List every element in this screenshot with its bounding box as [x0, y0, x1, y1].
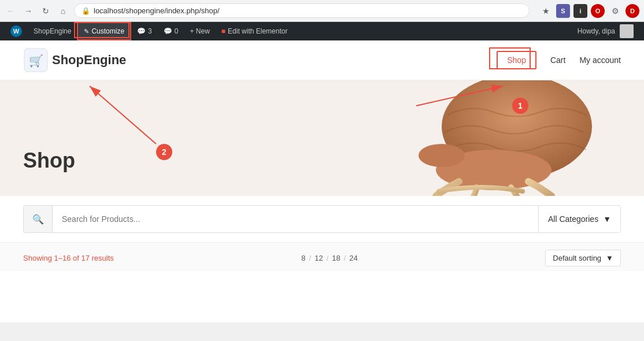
shopengine-admin-label: ShopEngine: [34, 27, 71, 35]
page-12[interactable]: 12: [314, 254, 323, 262]
hero-chair-image: [343, 80, 644, 196]
forward-button[interactable]: →: [22, 5, 35, 17]
comments-admin-item[interactable]: 💬 3: [131, 22, 158, 40]
hero-section: Shop: [0, 80, 644, 196]
site-header: 🛒 ShopEngine Shop Cart My account: [0, 40, 644, 80]
ext-icon-2[interactable]: i: [573, 4, 587, 18]
site-logo[interactable]: 🛒 ShopEngine: [23, 47, 126, 73]
customize-admin-item[interactable]: ✎ Customize: [77, 22, 131, 40]
browser-icons: ★ S i O ⚙ D: [539, 4, 639, 18]
howdy-item[interactable]: Howdy, dipa D: [572, 22, 639, 40]
pending-icon: 💬: [164, 27, 172, 35]
sorting-select[interactable]: Default sorting ▼: [545, 250, 621, 266]
shopengine-admin-item[interactable]: ShopEngine: [28, 22, 77, 40]
edit-elementor-item[interactable]: ■ Edit with Elementor: [216, 22, 294, 40]
elementor-icon: ■: [221, 27, 225, 35]
sorting-chevron-icon: ▼: [606, 254, 613, 262]
wp-admin-bar: W ShopEngine ✎ Customize 💬 3 💬 0 + New ■…: [0, 22, 644, 40]
edit-elementor-label: Edit with Elementor: [228, 27, 287, 35]
browser-nav: ← → ↻ ⌂ 🔒 localhost/shopengine/index.php…: [0, 0, 644, 22]
back-button[interactable]: ←: [5, 5, 17, 17]
avatar: D: [620, 24, 634, 38]
pagination-links: 8 / 12 / 18 / 24: [301, 254, 358, 262]
results-summary: Showing 1–16 of 17 results: [23, 254, 114, 262]
comments-icon: 💬: [137, 27, 146, 35]
new-label: + New: [190, 27, 209, 35]
comments-label: 3: [148, 27, 152, 35]
sep-2: /: [327, 254, 329, 262]
categories-button[interactable]: All Categories ▼: [538, 206, 620, 232]
categories-label: All Categories: [548, 214, 598, 224]
search-section: 🔍 All Categories ▼: [0, 196, 644, 242]
extensions-icon[interactable]: ⚙: [608, 4, 622, 18]
sorting-label: Default sorting: [553, 254, 601, 262]
howdy-label: Howdy, dipa: [578, 27, 615, 35]
pending-label: 0: [175, 27, 179, 35]
pending-admin-item[interactable]: 💬 0: [158, 22, 184, 40]
pencil-icon: ✎: [84, 28, 89, 35]
wp-logo-item[interactable]: W: [5, 22, 28, 40]
search-icon: 🔍: [32, 214, 44, 225]
page-24[interactable]: 24: [349, 254, 357, 262]
chair-svg: [343, 80, 644, 196]
annotation-2: 2: [156, 144, 172, 160]
lock-icon: 🔒: [82, 7, 90, 15]
address-bar[interactable]: 🔒 localhost/shopengine/index.php/shop/: [74, 3, 530, 18]
page-18[interactable]: 18: [332, 254, 340, 262]
chevron-down-icon: ▼: [603, 214, 611, 224]
browser-chrome: ← → ↻ ⌂ 🔒 localhost/shopengine/index.php…: [0, 0, 644, 22]
ext-icon-1[interactable]: S: [556, 4, 570, 18]
logo-text: ShopEngine: [52, 53, 126, 68]
admin-bar-right: Howdy, dipa D: [572, 22, 639, 40]
sep-1: /: [309, 254, 312, 262]
new-admin-item[interactable]: + New: [184, 22, 215, 40]
search-bar: 🔍 All Categories ▼: [23, 205, 621, 233]
home-button[interactable]: ⌂: [57, 5, 69, 17]
bookmark-icon[interactable]: ★: [539, 4, 553, 18]
nav-shop[interactable]: Shop: [497, 51, 536, 69]
search-button[interactable]: 🔍: [24, 206, 53, 232]
profile-icon[interactable]: D: [626, 4, 639, 18]
site-nav: Shop Cart My account: [497, 51, 621, 69]
page-8[interactable]: 8: [301, 254, 305, 262]
svg-line-8: [90, 86, 156, 144]
nav-cart[interactable]: Cart: [550, 55, 565, 65]
nav-my-account[interactable]: My account: [579, 55, 621, 65]
svg-text:🛒: 🛒: [29, 54, 43, 68]
svg-point-4: [419, 144, 465, 167]
annotation-1: 1: [512, 98, 528, 114]
logo-icon: 🛒: [23, 47, 49, 73]
customize-label: Customize: [91, 27, 124, 35]
results-section: Showing 1–16 of 17 results 8 / 12 / 18 /…: [0, 242, 644, 271]
hero-title: Shop: [23, 149, 75, 173]
search-input[interactable]: [53, 214, 538, 224]
url-text: localhost/shopengine/index.php/shop/: [94, 6, 220, 15]
wp-logo-icon: W: [10, 25, 22, 37]
sep-3: /: [344, 254, 346, 262]
site-wrapper: 🛒 ShopEngine Shop Cart My account Shop: [0, 40, 644, 323]
ext-icon-3[interactable]: O: [591, 4, 605, 18]
reload-button[interactable]: ↻: [39, 5, 52, 17]
